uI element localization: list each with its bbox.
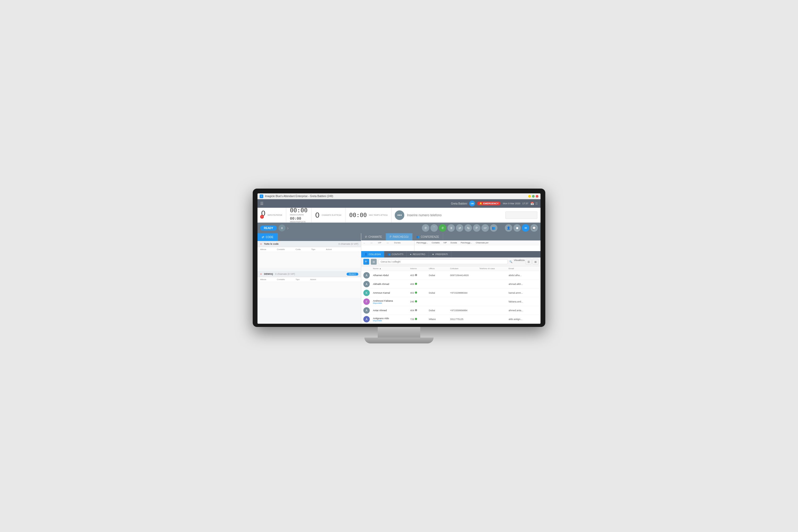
contact-row[interactable]: A Alkhalili Ahmad 406 ahmad.alkh... xyxy=(361,280,540,289)
close-button[interactable]: × xyxy=(536,195,538,198)
status-dot xyxy=(415,300,417,302)
ch-col4: — xyxy=(387,242,389,244)
grid-view-btn[interactable]: ⊞ xyxy=(533,259,538,265)
ready-button[interactable]: READY xyxy=(260,226,277,231)
contact-email: abdul.alha... xyxy=(509,274,538,277)
demoq-ready-tag[interactable]: READY xyxy=(347,273,358,276)
window-title: Imagicle Blue's Attendant Enterprise - G… xyxy=(265,195,333,198)
rc2-button[interactable]: ⏹ xyxy=(513,224,521,232)
status-dot xyxy=(415,318,417,320)
maximize-button[interactable]: □ xyxy=(532,195,535,198)
contact-name-cell: Ammoun Kamal xyxy=(373,291,410,294)
contact-name-cell: Alhamwi Abdul xyxy=(373,274,410,277)
code-section-demoq-header: × DEMOQ 0 chiamate (0 VIP) READY xyxy=(258,271,361,277)
stat-media-labels: 00:00 MEDIA DURATA 00:00 MEDIA RISPOSTA xyxy=(290,207,307,223)
code-tab-label: CODE xyxy=(266,236,273,239)
monitor-stand-base xyxy=(364,338,434,343)
search-icon-btn[interactable]: 🔍 xyxy=(363,259,369,265)
filter-icon-btn[interactable]: ⊟ xyxy=(371,259,377,265)
list-icon[interactable]: ☰ xyxy=(535,202,538,205)
contact-office: Dubai xyxy=(429,309,450,312)
pause-button[interactable]: ⏸ xyxy=(279,225,285,231)
contact-avatar: A xyxy=(363,272,370,279)
calendar-icon[interactable]: 📅 xyxy=(530,202,534,205)
contact-avatar: A xyxy=(363,281,370,287)
curve-button[interactable]: ⌒ xyxy=(431,224,438,232)
chiamate-header: ... — VIP — Durata xyxy=(361,241,414,245)
contact-row[interactable]: A Antar Ahmed 404 Dubai +971559956884 ah… xyxy=(361,306,540,315)
chat-button[interactable]: 💬 xyxy=(530,224,538,232)
monitor-frame: i Imagicle Blue's Attendant Enterprise -… xyxy=(253,189,545,327)
stat-attesa-label: CHIAMATE IN ATTESA/ xyxy=(322,214,342,216)
transfer2-button[interactable]: ⇆ xyxy=(464,224,472,232)
user-avatar: GB xyxy=(469,201,475,206)
stat-media: 00:00 MEDIA DURATA 00:00 MEDIA RISPOSTA xyxy=(286,208,311,222)
header-right: Greta Babbini GB 🔔 EMERGENCY Mon 9 Mar 2… xyxy=(451,201,538,206)
email-button[interactable]: ✉ xyxy=(522,224,529,232)
titlebar-controls[interactable]: − □ × xyxy=(528,195,538,198)
contact-row[interactable]: A Alhamwi Abdul 403 Dubai 00971564414920… xyxy=(361,271,540,280)
conference-button[interactable]: 👥 xyxy=(490,224,497,232)
contact-internal: 245 xyxy=(410,300,429,303)
contact-avatar: A xyxy=(363,307,370,314)
phone-input-area: ••• xyxy=(392,208,540,222)
contact-sub: Disponibile xyxy=(373,320,410,322)
hamburger-menu[interactable]: ☰ xyxy=(260,201,264,206)
titlebar-left: i Imagicle Blue's Attendant Enterprise -… xyxy=(260,194,333,198)
code-section-tutte-header: × Tutte le code 0 chiamate (0 VIP) xyxy=(258,241,361,247)
stat-max-labels: MAX TEMPO ATTESA xyxy=(369,214,387,216)
contact-row[interactable]: K Ammoun Kamal 402 Dubai +971529888344 k… xyxy=(361,289,540,298)
code-tab-bar: ⇄ CODE xyxy=(258,233,361,241)
colleghi-tabs: 👤 COLLEGHI 👥 CONTATTI ● REGISTRO xyxy=(361,251,540,258)
tab-code[interactable]: ⇄ CODE xyxy=(258,233,278,241)
transfer-button[interactable]: ⇄ xyxy=(456,224,463,232)
contact-name: Alkhalili Ahmad xyxy=(373,283,410,285)
contact-email: kamal.amm... xyxy=(509,291,538,294)
status-dot xyxy=(415,309,417,311)
phone-input[interactable] xyxy=(407,213,503,217)
call-button[interactable]: ✆ xyxy=(422,224,429,232)
header-left: ☰ xyxy=(260,201,264,206)
colleghi-search-input[interactable] xyxy=(378,259,508,264)
tab-colleghi[interactable]: 👤 COLLEGHI xyxy=(361,251,384,258)
pg-col5: Parcheggi... xyxy=(461,242,472,244)
hold-button[interactable]: ⏸ xyxy=(448,224,455,232)
search-magnifier[interactable]: 🔍 xyxy=(509,261,512,263)
rc1-button[interactable]: 👤 xyxy=(505,224,512,232)
stat-max-timer: 00:00 xyxy=(349,212,367,218)
ch-col1: ... xyxy=(363,242,365,244)
answer-button[interactable]: ✆ xyxy=(439,224,446,232)
contact-row[interactable]: F Andreozzi Fabiana Disponibile 245 fabi… xyxy=(361,298,540,306)
tab-conferenze[interactable]: 👥 CONFERENZE xyxy=(413,233,443,241)
tab-contatti[interactable]: 👥 CONTATTI xyxy=(384,251,407,258)
emergency-icon: 🔔 xyxy=(479,202,482,205)
park-button[interactable]: P xyxy=(473,224,480,232)
contact-row[interactable]: A Antignano Aldo Disponibile 726 Milano … xyxy=(361,315,540,324)
tab-chiamate[interactable]: ✆ CHIAMATE xyxy=(361,233,386,241)
pg-col4: Durata xyxy=(451,242,457,244)
emergency-button[interactable]: 🔔 EMERGENCY xyxy=(477,202,500,205)
user-name: Greta Babbini xyxy=(451,202,467,205)
sub-panels: ... — VIP — Durata Parcheggi... Contatto xyxy=(361,241,540,251)
tab-parcheggi[interactable]: P PARCHEGGI xyxy=(386,233,413,241)
phone-avatar[interactable]: ••• xyxy=(395,210,404,220)
contact-name: Alhamwi Abdul xyxy=(373,274,410,277)
contact-office: Dubai xyxy=(429,291,450,294)
toolbar: READY ⏸ › ✆ ⌒ ✆ ⏸ ⇄ ⇆ P GP 👥 👤 ⏹ xyxy=(258,223,540,233)
pg-col2: Contatto xyxy=(432,242,440,244)
close-demoq-icon[interactable]: × xyxy=(260,272,262,276)
th-telefono: Telefono di casa xyxy=(479,267,509,270)
list-view-btn[interactable]: ☰ xyxy=(526,259,531,265)
close-tutte-icon[interactable]: × xyxy=(260,242,262,246)
tab-preferiti[interactable]: ★ PREFERITI xyxy=(429,251,451,258)
park2-button[interactable]: GP xyxy=(481,224,489,232)
contact-mobile: +971529888344 xyxy=(450,291,479,294)
code-demoq-columns: Attesa Contatto Tipo Azioni xyxy=(258,277,361,282)
code-section-tutte: × Tutte le code 0 chiamate (0 VIP) Attes… xyxy=(258,241,361,268)
tab-registro[interactable]: ● REGISTRO xyxy=(407,251,429,258)
phone-search-box[interactable] xyxy=(506,211,537,219)
minimize-button[interactable]: − xyxy=(528,195,531,198)
stat-media-risposta-label: MEDIA RISPOSTA xyxy=(290,221,307,223)
contact-internal: 404 xyxy=(410,309,429,312)
pg-col3: VIP xyxy=(443,242,447,244)
